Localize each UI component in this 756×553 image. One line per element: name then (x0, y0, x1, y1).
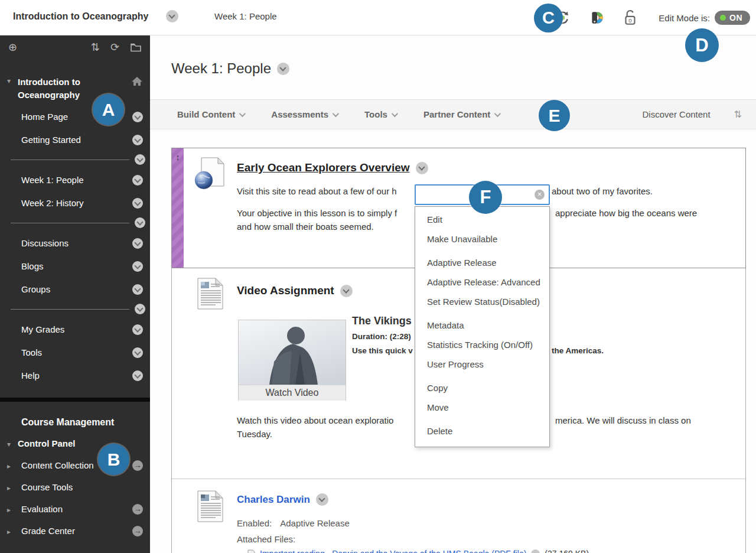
menu-item-user-progress[interactable]: User Progress (415, 359, 549, 370)
reorder-icon[interactable]: ⇅ (91, 42, 100, 53)
course-title: Introduction to Oceanography (13, 11, 148, 22)
folder-view-icon[interactable] (130, 42, 142, 53)
sort-order-icon[interactable]: ⇅ (734, 109, 742, 120)
item-description-line: Your objective in this lesson is to simp… (237, 208, 397, 218)
course-menu-sidebar: ⊕ ⇅ ⟳ ▾ Introduction to Oceanography Hom… (0, 35, 150, 553)
sidebar-section-separator (0, 398, 150, 402)
sidebar-item-course-tools[interactable]: ▸ Course Tools (0, 476, 150, 498)
attached-file-link[interactable]: Important reading - Darwin and the Voyag… (260, 549, 526, 553)
unlocked-padlock-icon[interactable]: 0 (622, 9, 638, 27)
edit-mode-toggle[interactable]: ON (715, 11, 750, 25)
sidebar-course-header[interactable]: ▾ Introduction to Oceanography (0, 59, 150, 105)
sidebar-item-evaluation[interactable]: ▸ Evaluation → (0, 498, 150, 520)
item-title-link[interactable]: Charles Darwin (237, 494, 310, 506)
menu-divider (11, 160, 129, 160)
partner-content-button[interactable]: Partner Content (423, 109, 499, 119)
edit-mode-on-dot (720, 15, 726, 21)
clear-search-icon[interactable]: × (535, 190, 545, 200)
item-options-chevron-icon[interactable] (340, 285, 353, 297)
build-content-button[interactable]: Build Content (177, 109, 244, 119)
expand-triangle-icon[interactable]: ▸ (7, 526, 18, 536)
item-title[interactable]: Video Assignment (237, 284, 334, 297)
sidebar-item-discussions[interactable]: Discussions (0, 232, 150, 255)
sidebar-item-groups[interactable]: Groups (0, 278, 150, 301)
collapse-triangle-icon[interactable]: ▾ (7, 439, 18, 448)
open-arrow-icon[interactable]: → (132, 460, 143, 471)
video-title: The Vikings (352, 315, 412, 327)
sidebar-item-week-1[interactable]: Week 1: People (0, 168, 150, 191)
annotation-badge-f: F (469, 181, 502, 214)
chevron-down-icon[interactable] (132, 261, 143, 272)
menu-item-move[interactable]: Move (415, 402, 549, 414)
file-options-chevron-icon[interactable] (531, 549, 540, 553)
chevron-down-icon[interactable] (132, 370, 143, 381)
course-title-chevron-icon[interactable] (166, 10, 178, 22)
expand-triangle-icon[interactable]: ▸ (7, 461, 18, 470)
menu-item-adaptive-release[interactable]: Adaptive Release (415, 257, 549, 269)
sidebar-item-week-2[interactable]: Week 2: History (0, 191, 150, 214)
content-document-icon (195, 490, 230, 524)
discover-content-button[interactable]: Discover Content (643, 109, 711, 119)
item-options-chevron-icon[interactable] (416, 162, 428, 174)
page-title-chevron-icon[interactable] (277, 63, 289, 75)
item-title-link[interactable]: Early Ocean Explorers Overview (237, 161, 410, 174)
home-icon[interactable] (131, 76, 143, 87)
sidebar-item-home-page[interactable]: Home Page (0, 105, 150, 128)
drag-handle-bar[interactable]: ↕ (172, 148, 184, 268)
chevron-down-icon[interactable] (132, 135, 143, 145)
chevron-down-icon[interactable] (135, 217, 145, 228)
chevron-down-icon[interactable] (132, 238, 143, 249)
sidebar-item-getting-started[interactable]: Getting Started (0, 128, 150, 151)
annotation-badge-c: C (534, 4, 563, 32)
open-arrow-icon[interactable]: → (132, 504, 143, 515)
item-description-line: appreciate how big the oceans were (555, 208, 697, 218)
svg-text:0: 0 (629, 17, 632, 24)
attached-file-row[interactable]: Important reading - Darwin and the Voyag… (247, 549, 589, 553)
course-menu-toolbar: ⊕ ⇅ ⟳ (0, 35, 150, 59)
item-description-line: merica. We will discuss in class on (555, 415, 691, 425)
chevron-down-icon[interactable] (132, 324, 143, 335)
watch-video-button[interactable]: Watch Video (239, 385, 346, 401)
item-description-line: Tuesday. (237, 429, 272, 439)
chevron-down-icon[interactable] (132, 198, 143, 209)
chevron-down-icon[interactable] (132, 175, 143, 186)
menu-item-edit[interactable]: Edit (415, 214, 549, 226)
sidebar-item-help[interactable]: Help (0, 364, 150, 387)
chevron-down-icon[interactable] (135, 154, 145, 165)
menu-item-adaptive-release-advanced[interactable]: Adaptive Release: Advanced (415, 276, 549, 288)
chevron-down-icon[interactable] (132, 284, 143, 295)
item-description-line: Visit this site to read about a few of o… (237, 186, 397, 196)
menu-item-set-review-status[interactable]: Set Review Status(Disabled) (415, 296, 549, 308)
chevron-down-icon[interactable] (135, 304, 145, 314)
video-duration: Duration: (2:28) (352, 332, 411, 341)
move-handle-icon[interactable]: ↕ (175, 152, 180, 162)
video-caption-line: the Americas. (552, 346, 604, 355)
chevron-down-icon[interactable] (132, 347, 143, 358)
sidebar-item-grade-center[interactable]: ▸ Grade Center → (0, 520, 150, 542)
assessments-button[interactable]: Assessments (271, 109, 337, 119)
open-arrow-icon[interactable]: → (132, 526, 143, 536)
tools-button[interactable]: Tools (364, 109, 396, 119)
menu-item-delete[interactable]: Delete (415, 425, 549, 437)
menu-item-copy[interactable]: Copy (415, 382, 549, 394)
expand-triangle-icon[interactable]: ▸ (7, 483, 18, 492)
item-options-chevron-icon[interactable] (316, 493, 328, 506)
menu-item-metadata[interactable]: Metadata (415, 320, 549, 331)
sidebar-item-control-panel[interactable]: ▾ Control Panel (0, 432, 150, 454)
menu-item-statistics-tracking[interactable]: Statistics Tracking (On/Off) (415, 339, 549, 351)
collapse-triangle-icon[interactable]: ▾ (7, 76, 18, 85)
sidebar-item-tools[interactable]: Tools (0, 341, 150, 364)
sidebar-item-blogs[interactable]: Blogs (0, 255, 150, 278)
content-item-charles-darwin: Charles Darwin Enabled:Adaptive Release … (172, 479, 745, 553)
chevron-down-icon[interactable] (132, 112, 143, 122)
sidebar-item-my-grades[interactable]: My Grades (0, 318, 150, 341)
attached-files-label: Attached Files: (237, 534, 295, 544)
video-thumbnail[interactable]: Watch Video (238, 320, 346, 401)
add-menu-item-icon[interactable]: ⊕ (8, 42, 17, 53)
theme-palette-icon[interactable] (589, 10, 604, 25)
refresh-icon[interactable]: ⟳ (110, 42, 119, 53)
annotation-badge-b: B (98, 444, 129, 475)
menu-item-make-unavailable[interactable]: Make Unavailable (415, 233, 549, 245)
expand-triangle-icon[interactable]: ▸ (7, 505, 18, 514)
annotation-badge-d: D (685, 28, 719, 62)
